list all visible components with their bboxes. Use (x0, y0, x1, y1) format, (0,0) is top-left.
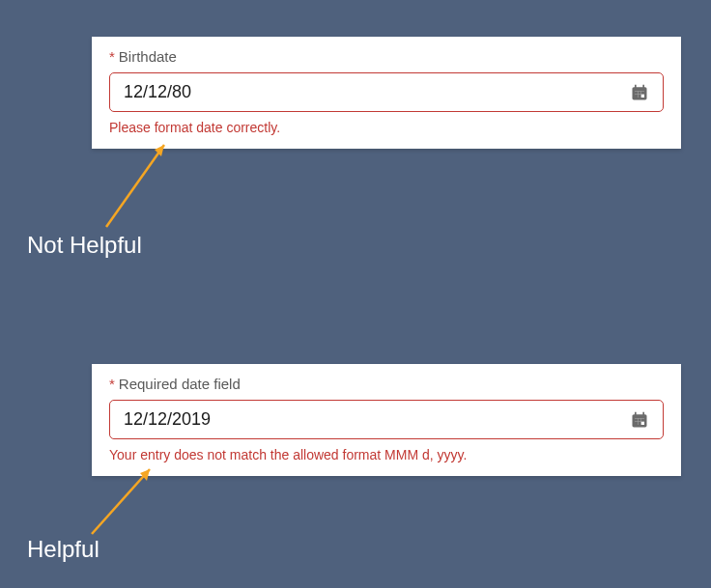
svg-rect-6 (642, 92, 644, 94)
svg-rect-5 (639, 92, 640, 94)
error-message: Please format date correctly. (109, 120, 664, 135)
svg-rect-18 (636, 422, 638, 424)
svg-line-9 (106, 145, 164, 227)
svg-rect-16 (639, 419, 640, 421)
svg-rect-4 (636, 92, 638, 94)
svg-line-20 (92, 469, 150, 534)
birthdate-input[interactable] (124, 82, 630, 102)
svg-rect-7 (636, 95, 638, 97)
caption-helpful: Helpful (27, 536, 100, 563)
arrow-icon (77, 462, 164, 539)
field-label: *Required date field (109, 376, 664, 392)
required-asterisk: * (109, 376, 115, 392)
form-card-not-helpful: *Birthdate Please format date correctly. (92, 37, 681, 149)
required-date-input[interactable] (124, 409, 630, 430)
error-message: Your entry does not match the allowed fo… (109, 447, 664, 462)
label-text: Birthdate (119, 48, 177, 65)
svg-rect-19 (639, 422, 640, 424)
svg-rect-17 (642, 419, 644, 421)
label-text: Required date field (119, 376, 241, 392)
field-label: *Birthdate (109, 48, 664, 65)
date-input-wrapper[interactable] (109, 400, 664, 439)
calendar-icon[interactable] (630, 410, 649, 430)
form-card-helpful: *Required date field Your entry does not… (92, 364, 681, 476)
calendar-icon[interactable] (630, 83, 649, 102)
svg-rect-15 (636, 419, 638, 421)
svg-rect-8 (639, 95, 640, 97)
caption-not-helpful: Not Helpful (27, 232, 142, 259)
arrow-icon (87, 135, 184, 232)
date-input-wrapper[interactable] (109, 72, 664, 112)
required-asterisk: * (109, 48, 115, 65)
